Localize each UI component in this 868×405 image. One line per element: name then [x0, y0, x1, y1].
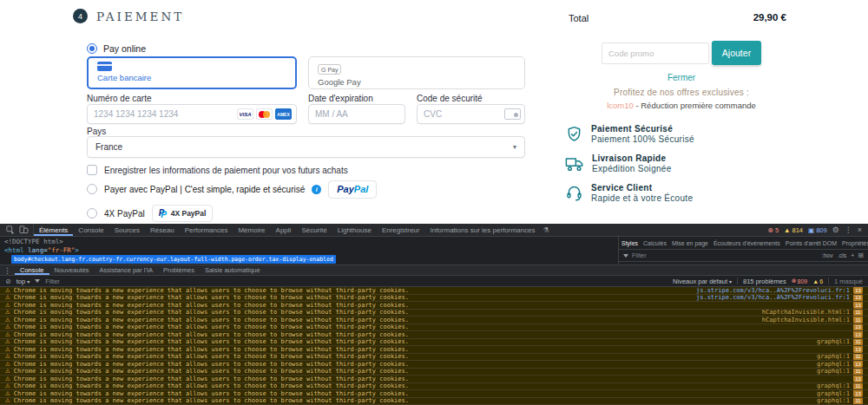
- paypal-logo: PayPal: [337, 184, 368, 194]
- context-selector[interactable]: top▾: [16, 278, 30, 285]
- styles-tool-hov[interactable]: :hov: [821, 252, 832, 258]
- paypal-radio[interactable]: [87, 184, 97, 194]
- issues-dropdown[interactable]: 815 problèmes: [743, 278, 786, 285]
- log-levels-dropdown[interactable]: Niveaux par défaut▾: [673, 278, 732, 285]
- devtools-main: <!DOCTYPE html> <html lang="fr-FR"> body…: [0, 237, 868, 265]
- drawer-tab-assistance-par-l-ia[interactable]: Assistance par l'IA: [95, 265, 158, 275]
- paypal-4x-option[interactable]: 4X PayPal PP 4X PayPal: [87, 203, 213, 224]
- devtools-tab-r-seau[interactable]: Réseau: [145, 224, 180, 236]
- save-info-checkbox[interactable]: [87, 165, 97, 175]
- settings-gear-icon[interactable]: ⚙: [832, 225, 839, 234]
- console-message-text: Chrome is moving towards a new experienc…: [14, 354, 409, 361]
- styles-tab-couteurs-d-v-nements[interactable]: Écouteurs d'événements: [711, 240, 783, 246]
- chevron-down-icon: ▾: [27, 278, 30, 284]
- log-levels-label: Niveaux par défaut: [673, 278, 727, 285]
- console-source-link[interactable]: hCaptchaInvisible.html:1: [762, 317, 850, 323]
- devtools-tab-l-ments[interactable]: Éléments: [34, 224, 73, 236]
- console-filter-input[interactable]: [45, 278, 149, 285]
- styles-tab-points-d-arr-t-dom[interactable]: Points d'arrêt DOM: [783, 240, 839, 246]
- selected-dom-node[interactable]: body#checkout.lang-fr.country-fr.currenc…: [11, 255, 336, 264]
- console-toolbar: ⊘ top▾ Niveaux par défaut▾ 815 problèmes…: [0, 276, 868, 287]
- devtools-tab-lighthouse[interactable]: Lighthouse: [332, 224, 377, 236]
- styles-tab-styles[interactable]: Styles: [619, 240, 641, 246]
- issue-count-badge: 11: [853, 383, 863, 390]
- drawer-tab-saisie-automatique[interactable]: Saisie automatique: [200, 265, 266, 275]
- drawer-tab-console[interactable]: Console: [15, 265, 49, 275]
- devtools-tab-performances[interactable]: Performances: [180, 224, 233, 236]
- console-source-link[interactable]: graphql:1: [817, 361, 850, 368]
- toolbar-warning-count: ▲6: [812, 278, 823, 284]
- experiments-flask-icon: ⚗: [540, 226, 551, 234]
- more-options-icon[interactable]: ⋮: [845, 225, 852, 234]
- styles-tab-propri-t-s[interactable]: Propriétés: [839, 240, 868, 246]
- info-icon[interactable]: i: [312, 185, 321, 194]
- filter-funnel-icon: [623, 254, 628, 258]
- warning-count[interactable]: ▲814: [784, 226, 803, 234]
- devtools-tab-s-curit[interactable]: Sécurité: [296, 224, 332, 236]
- truck-icon: [565, 156, 584, 172]
- console-source-link[interactable]: js.stripe.com/v3/hca..A%2F%2Frevoluci.fr…: [696, 287, 850, 294]
- styles-tool-[interactable]: +: [851, 252, 854, 258]
- devtools-tab-sources[interactable]: Sources: [109, 224, 145, 236]
- console-warning-row: ⚠Chrome is moving towards a new experien…: [0, 361, 868, 369]
- console-message-text: Chrome is moving towards a new experienc…: [14, 390, 409, 397]
- console-source-link[interactable]: graphql:1: [817, 390, 850, 397]
- method-card-google-pay[interactable]: G Pay Google Pay: [308, 56, 525, 89]
- divider: [737, 278, 738, 284]
- paypal-option[interactable]: Payer avec PayPal | C'est simple, rapide…: [87, 178, 377, 200]
- issue-count-badge: 13: [853, 302, 863, 309]
- devtools-tab-appli[interactable]: Appli: [271, 224, 297, 236]
- console-source-link[interactable]: js.stripe.com/v3/hca..A%2F%2Frevoluci.fr…: [696, 295, 850, 302]
- console-source-link[interactable]: hCaptchaInvisible.html:1: [762, 310, 850, 317]
- console-source-link[interactable]: graphql:1: [817, 354, 850, 361]
- drawer-tab-nouveaut-s[interactable]: Nouveautés: [49, 265, 95, 275]
- promo-apply-button[interactable]: Ajouter: [712, 41, 761, 65]
- close-devtools-icon[interactable]: ×: [858, 225, 862, 234]
- save-info-label: Enregistrer les informations de paiement…: [104, 166, 348, 175]
- console-message-text: Chrome is moving towards a new experienc…: [14, 346, 409, 353]
- console-source-link[interactable]: graphql:1: [817, 369, 850, 376]
- issues-count-value: 809: [816, 226, 827, 234]
- console-warning-row: ⚠Chrome is moving towards a new experien…: [0, 317, 868, 324]
- devtools-tab-enregistreur[interactable]: Enregistreur: [377, 224, 425, 236]
- toolbar-warning-value: 6: [819, 278, 823, 284]
- styles-tab-calcul-s[interactable]: Calculés: [641, 240, 669, 246]
- promo-code-input[interactable]: [602, 42, 709, 64]
- dom-doctype: <!DOCTYPE html>: [4, 238, 618, 246]
- grid-icon[interactable]: ⊞: [858, 251, 864, 259]
- method-card-carte-bancaire[interactable]: Carte bancaire: [87, 56, 297, 89]
- error-count[interactable]: ⊗5: [768, 226, 779, 234]
- drawer-tab-probl-mes[interactable]: Problèmes: [158, 265, 200, 275]
- styles-tab-mise-en-page[interactable]: Mise en page: [669, 240, 711, 246]
- credit-card-icon: [97, 62, 112, 71]
- paypal-label: Payer avec PayPal | C'est simple, rapide…: [104, 185, 305, 194]
- issues-count[interactable]: ▣809: [808, 226, 827, 234]
- devtools-tab-console[interactable]: Console: [73, 224, 108, 236]
- expiry-input[interactable]: [308, 104, 405, 124]
- issue-count-badge: 13: [853, 287, 863, 294]
- inspect-element-icon[interactable]: [6, 225, 15, 234]
- styles-filter-input[interactable]: [632, 251, 710, 259]
- save-info-option[interactable]: Enregistrer les informations de paiement…: [87, 165, 348, 175]
- console-source-link[interactable]: graphql:1: [817, 383, 850, 390]
- warning-icon: ⚠: [5, 324, 10, 330]
- console-message-text: Chrome is moving towards a new experienc…: [14, 383, 409, 390]
- country-label: Pays: [87, 127, 106, 136]
- styles-tool-cls[interactable]: .cls: [838, 252, 847, 258]
- paypal-4x-radio[interactable]: [87, 208, 97, 219]
- console-source-link[interactable]: graphql:1: [817, 398, 850, 405]
- pay-online-option[interactable]: Pay online: [87, 43, 146, 54]
- console-message-text: Chrome is moving towards a new experienc…: [14, 331, 409, 338]
- console-source-link[interactable]: graphql:1: [817, 339, 850, 346]
- close-promo-link[interactable]: Fermer: [602, 73, 761, 82]
- console-message-text: Chrome is moving towards a new experienc…: [14, 302, 409, 309]
- devtools-tab-informations-sur-les-performances[interactable]: Informations sur les performances: [424, 224, 540, 236]
- country-select[interactable]: France ▾: [87, 136, 525, 158]
- clear-console-icon[interactable]: ⊘: [5, 278, 11, 285]
- drawer-menu-icon[interactable]: ⋮: [3, 266, 11, 275]
- dom-html-node[interactable]: <html lang="fr-FR">: [4, 246, 618, 255]
- pay-online-radio[interactable]: [87, 43, 97, 54]
- device-toolbar-icon[interactable]: [19, 225, 29, 234]
- warning-icon: ⚠: [5, 347, 10, 353]
- devtools-tab-m-moire[interactable]: Mémoire: [233, 224, 270, 236]
